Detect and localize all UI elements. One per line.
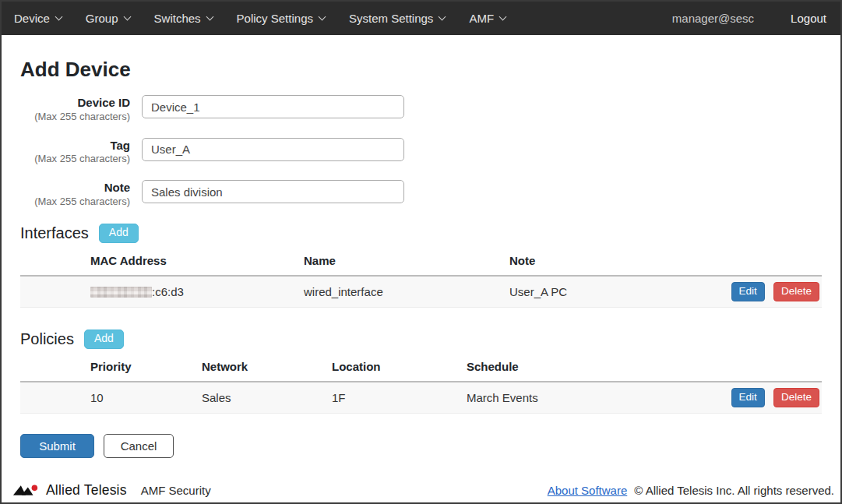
allied-telesis-logo-icon <box>12 483 41 498</box>
nav-item-device[interactable]: Device <box>14 12 62 25</box>
nav-item-label: Device <box>14 12 50 25</box>
device-id-hint: (Max 255 characters) <box>20 111 130 124</box>
edit-policy-button[interactable]: Edit <box>731 388 765 407</box>
policies-title: Policies <box>20 330 74 348</box>
device-id-label: Device ID <box>20 96 130 111</box>
nav-item-label: System Settings <box>349 12 433 25</box>
chevron-down-icon <box>439 13 446 21</box>
note-label: Note <box>20 181 130 196</box>
tag-field[interactable] <box>142 138 404 161</box>
nav-item-label: Group <box>86 12 118 25</box>
main-content: Add Device Device ID (Max 255 characters… <box>2 35 840 479</box>
nav-item-label: Policy Settings <box>237 12 313 25</box>
policies-section-header: Policies Add <box>20 330 822 349</box>
mac-suffix: :c6:d3 <box>152 285 184 298</box>
cancel-button[interactable]: Cancel <box>104 434 174 458</box>
mac-address-cell: :c6:d3 <box>90 276 304 308</box>
col-priority: Priority <box>90 355 202 382</box>
nav-item-amf[interactable]: AMF <box>469 12 506 25</box>
col-name: Name <box>304 249 509 276</box>
policy-schedule-cell: March Events <box>467 382 728 414</box>
col-network: Network <box>202 355 332 382</box>
about-software-link[interactable]: About Software <box>548 484 628 497</box>
top-navbar: Device Group Switches Policy Settings Sy… <box>2 2 840 35</box>
policy-priority-cell: 10 <box>90 382 202 414</box>
add-policy-button[interactable]: Add <box>84 330 124 349</box>
spacer-cell <box>20 249 90 276</box>
edit-interface-button[interactable]: Edit <box>731 282 765 301</box>
field-label: Device ID (Max 255 characters) <box>20 95 130 124</box>
policy-actions-cell: Edit Delete <box>728 382 822 414</box>
col-mac-address: MAC Address <box>90 249 304 276</box>
policy-location-cell: 1F <box>332 382 467 414</box>
brand-name: Allied Telesis <box>46 482 127 499</box>
add-interface-button[interactable]: Add <box>99 224 139 243</box>
spacer-cell <box>20 276 90 308</box>
interface-row: :c6:d3 wired_interface User_A PC Edit De… <box>20 276 822 308</box>
redacted-mac-blur <box>90 287 152 298</box>
policy-row: 10 Sales 1F March Events Edit Delete <box>20 382 822 414</box>
delete-policy-button[interactable]: Delete <box>773 388 819 407</box>
logout-link[interactable]: Logout <box>791 12 826 25</box>
interfaces-header-row: MAC Address Name Note <box>20 249 822 276</box>
interfaces-title: Interfaces <box>20 224 89 242</box>
col-schedule: Schedule <box>467 355 728 382</box>
device-id-field[interactable] <box>142 95 404 118</box>
col-location: Location <box>332 355 467 382</box>
form-row-tag: Tag (Max 255 characters) <box>20 138 822 167</box>
interfaces-section-header: Interfaces Add <box>20 224 822 243</box>
app-window: Device Group Switches Policy Settings Sy… <box>0 0 842 504</box>
nav-item-group[interactable]: Group <box>86 12 130 25</box>
footer: Allied Telesis AMF Security About Softwa… <box>2 479 840 501</box>
policies-header-row: Priority Network Location Schedule <box>20 355 822 382</box>
note-field[interactable] <box>142 180 404 203</box>
col-actions <box>728 249 822 276</box>
form-actions: Submit Cancel <box>20 434 822 458</box>
form-row-device-id: Device ID (Max 255 characters) <box>20 95 822 124</box>
col-actions <box>728 355 822 382</box>
footer-right: About Software © Allied Telesis Inc. All… <box>548 484 834 497</box>
chevron-down-icon <box>499 13 507 21</box>
product-name: AMF Security <box>141 484 211 497</box>
chevron-down-icon <box>319 13 326 21</box>
nav-item-policy-settings[interactable]: Policy Settings <box>237 12 325 25</box>
form-row-note: Note (Max 255 characters) <box>20 180 822 209</box>
interface-note-cell: User_A PC <box>509 276 728 308</box>
field-label: Tag (Max 255 characters) <box>20 138 130 167</box>
nav-item-switches[interactable]: Switches <box>154 12 213 25</box>
nav-item-label: AMF <box>469 12 494 25</box>
chevron-down-icon <box>55 13 62 21</box>
brand: Allied Telesis AMF Security <box>12 482 211 499</box>
field-label: Note (Max 255 characters) <box>20 180 130 209</box>
nav-right: manager@sesc Logout <box>672 12 826 25</box>
page-title: Add Device <box>20 58 822 82</box>
interface-name-cell: wired_interface <box>304 276 509 308</box>
spacer-cell <box>20 382 90 414</box>
submit-button[interactable]: Submit <box>20 434 94 458</box>
policy-network-cell: Sales <box>202 382 332 414</box>
logged-in-user: manager@sesc <box>672 12 754 25</box>
chevron-down-icon <box>206 13 213 21</box>
tag-label: Tag <box>20 139 130 153</box>
chevron-down-icon <box>123 13 131 21</box>
copyright-text: © Allied Telesis Inc. All rights reserve… <box>634 484 834 497</box>
nav-item-label: Switches <box>154 12 201 25</box>
note-hint: (Max 255 characters) <box>20 196 130 209</box>
interfaces-table: MAC Address Name Note :c6:d3 wired_inter… <box>20 249 822 308</box>
delete-interface-button[interactable]: Delete <box>773 282 819 301</box>
tag-hint: (Max 255 characters) <box>20 153 130 166</box>
nav-item-system-settings[interactable]: System Settings <box>349 12 445 25</box>
policies-table: Priority Network Location Schedule 10 Sa… <box>20 355 822 414</box>
nav-menu: Device Group Switches Policy Settings Sy… <box>14 12 506 25</box>
spacer-cell <box>20 355 90 382</box>
interface-actions-cell: Edit Delete <box>728 276 822 308</box>
col-note: Note <box>509 249 728 276</box>
